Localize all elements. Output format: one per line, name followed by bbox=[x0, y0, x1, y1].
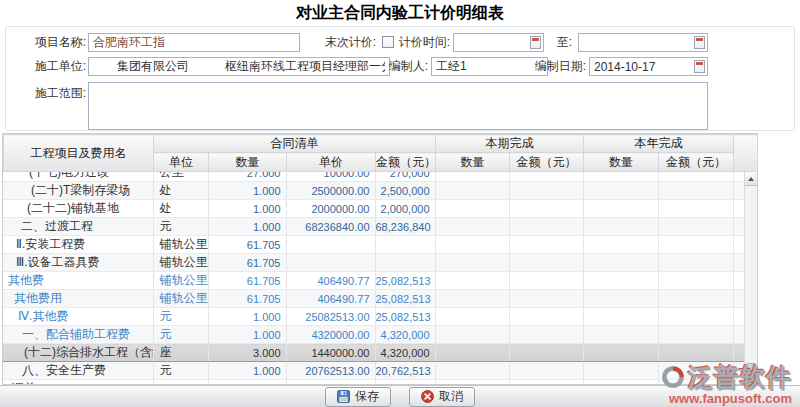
final-pricing-checkbox[interactable] bbox=[382, 36, 394, 48]
construction-unit-input[interactable] bbox=[88, 57, 390, 76]
cell-amount bbox=[375, 236, 435, 254]
cell-year-qty bbox=[583, 344, 658, 362]
table-row[interactable]: Ⅳ.其他费 元 1.000 25082513.00 25,082,513 bbox=[3, 308, 744, 326]
scroll-up-button[interactable] bbox=[745, 172, 757, 186]
table-row[interactable]: (十二)综合排水工程（含给... 座 3.000 1440000.00 4,32… bbox=[3, 344, 744, 362]
cell-spacer bbox=[733, 344, 744, 362]
calendar-icon[interactable] bbox=[694, 36, 705, 49]
cell-amount: 25,082,513 bbox=[375, 290, 435, 308]
group-header-current-period: 本期完成 bbox=[436, 135, 584, 153]
project-name-input[interactable] bbox=[88, 33, 300, 52]
cell-period-amount bbox=[509, 218, 583, 236]
scope-textarea[interactable] bbox=[88, 82, 708, 130]
cell-amount: 25,082,513 bbox=[375, 308, 435, 326]
cell-period-qty bbox=[435, 218, 509, 236]
cell-spacer bbox=[733, 272, 744, 290]
cell-price bbox=[286, 254, 375, 272]
cell-qty: 1.000 bbox=[208, 362, 286, 380]
table-row[interactable]: (二十二)铺轨基地 处 1.000 2000000.00 2,000,000 bbox=[3, 200, 744, 218]
pricing-time-to-input[interactable] bbox=[578, 33, 708, 52]
cell-unit: 铺轨公里 bbox=[153, 236, 208, 254]
cell-name: (二十二)铺轨基地 bbox=[3, 200, 153, 218]
col-header-amount: 金额（元） bbox=[376, 153, 436, 172]
col-header-unit: 单位 bbox=[154, 153, 209, 172]
scroll-thumb[interactable] bbox=[746, 363, 756, 383]
grid-body-viewport: (十七)电力迁改 公里 27.000 10000.00 270,000 (二十)… bbox=[3, 172, 744, 384]
cell-name: Ⅳ.其他费 bbox=[3, 308, 153, 326]
cell-unit: 公里 bbox=[153, 172, 208, 182]
grid-body-rows: (十七)电力迁改 公里 27.000 10000.00 270,000 (二十)… bbox=[3, 172, 744, 384]
scope-label: 施工范围: bbox=[28, 84, 86, 103]
cell-name: (十二)综合排水工程（含给... bbox=[3, 344, 153, 362]
table-row[interactable]: (十七)电力迁改 公里 27.000 10000.00 270,000 bbox=[3, 172, 744, 182]
cell-year-qty bbox=[583, 236, 658, 254]
table-row[interactable]: 其他费用 铺轨公里 61.705 406490.77 25,082,513 bbox=[3, 290, 744, 308]
cell-period-qty bbox=[435, 254, 509, 272]
table-row[interactable]: 二、过渡工程 元 1.000 68236840.00 68,236,840 bbox=[3, 218, 744, 236]
save-button[interactable]: 保存 bbox=[325, 387, 391, 407]
col-header-period-qty: 数量 bbox=[436, 153, 510, 172]
cell-amount: 20,762,513 bbox=[375, 362, 435, 380]
calendar-icon[interactable] bbox=[530, 36, 541, 49]
cell-year-amount bbox=[658, 172, 733, 182]
cell-year-qty bbox=[583, 290, 658, 308]
cell-name: (二十)T梁制存梁场 bbox=[3, 182, 153, 200]
cell-amount: 270,000 bbox=[375, 172, 435, 182]
cell-year-qty bbox=[583, 308, 658, 326]
table-row[interactable]: (二十)T梁制存梁场 处 1.000 2500000.00 2,500,000 bbox=[3, 182, 744, 200]
cell-unit bbox=[153, 380, 208, 385]
cell-qty: 3.000 bbox=[208, 344, 286, 362]
cell-name: 其他费用 bbox=[3, 290, 153, 308]
cell-unit: 座 bbox=[153, 344, 208, 362]
vertical-scrollbar[interactable] bbox=[744, 172, 757, 384]
calendar-icon[interactable] bbox=[694, 60, 705, 73]
group-header-contract-list: 合同清单 bbox=[154, 135, 436, 153]
cell-year-qty bbox=[583, 380, 658, 385]
cancel-button[interactable]: 取消 bbox=[409, 387, 475, 407]
cell-name: 其他费 bbox=[3, 272, 153, 290]
cell-price bbox=[286, 236, 375, 254]
table-row[interactable]: 调差 1.00 bbox=[3, 380, 744, 385]
cell-year-amount bbox=[658, 326, 733, 344]
cell-year-qty bbox=[583, 326, 658, 344]
cell-amount: 4,320,000 bbox=[375, 344, 435, 362]
cell-price: 406490.77 bbox=[286, 290, 375, 308]
cell-spacer bbox=[733, 200, 744, 218]
table-row[interactable]: 其他费 铺轨公里 61.705 406490.77 25,082,513 bbox=[3, 272, 744, 290]
cell-year-amount bbox=[658, 308, 733, 326]
table-row[interactable]: Ⅱ.安装工程费 铺轨公里 61.705 bbox=[3, 236, 744, 254]
floppy-disk-icon bbox=[337, 390, 350, 403]
compile-date-input[interactable]: 2014-10-17 bbox=[589, 57, 708, 76]
cell-unit: 铺轨公里 bbox=[153, 290, 208, 308]
cell-name: (十七)电力迁改 bbox=[3, 172, 153, 182]
cell-period-amount bbox=[509, 254, 583, 272]
cell-spacer bbox=[733, 236, 744, 254]
bottom-toolbar: 保存 取消 bbox=[0, 385, 800, 407]
cell-spacer bbox=[733, 308, 744, 326]
col-header-period-amount: 金额（元） bbox=[510, 153, 584, 172]
cell-period-qty bbox=[435, 172, 509, 182]
grid-header: 工程项目及费用名 合同清单 本期完成 本年完成 单位 数量 单价 金额（元） 数… bbox=[3, 134, 758, 172]
cancel-x-icon bbox=[421, 390, 434, 403]
cell-amount: 68,236,840 bbox=[375, 218, 435, 236]
cell-period-amount bbox=[509, 200, 583, 218]
cell-year-amount bbox=[658, 344, 733, 362]
cell-year-qty bbox=[583, 272, 658, 290]
table-row[interactable]: Ⅲ.设备工器具费 铺轨公里 61.705 bbox=[3, 254, 744, 272]
table-row[interactable]: 一、配合辅助工程费 元 1.000 4320000.00 4,320,000 bbox=[3, 326, 744, 344]
table-row[interactable]: 八、安全生产费 元 1.000 20762513.00 20,762,513 bbox=[3, 362, 744, 380]
cell-year-qty bbox=[583, 182, 658, 200]
cell-period-qty bbox=[435, 326, 509, 344]
cell-spacer bbox=[733, 380, 744, 385]
arrow-up-icon bbox=[748, 177, 754, 181]
cell-name: 八、安全生产费 bbox=[3, 362, 153, 380]
cell-name: 二、过渡工程 bbox=[3, 218, 153, 236]
cell-year-qty bbox=[583, 200, 658, 218]
cell-price: 25082513.00 bbox=[286, 308, 375, 326]
pricing-time-input[interactable] bbox=[453, 33, 544, 52]
cell-period-amount bbox=[509, 362, 583, 380]
cell-period-amount bbox=[509, 380, 583, 385]
cell-price: 20762513.00 bbox=[286, 362, 375, 380]
compile-date-value: 2014-10-17 bbox=[594, 60, 655, 74]
cell-price: 1.00 bbox=[286, 380, 375, 385]
